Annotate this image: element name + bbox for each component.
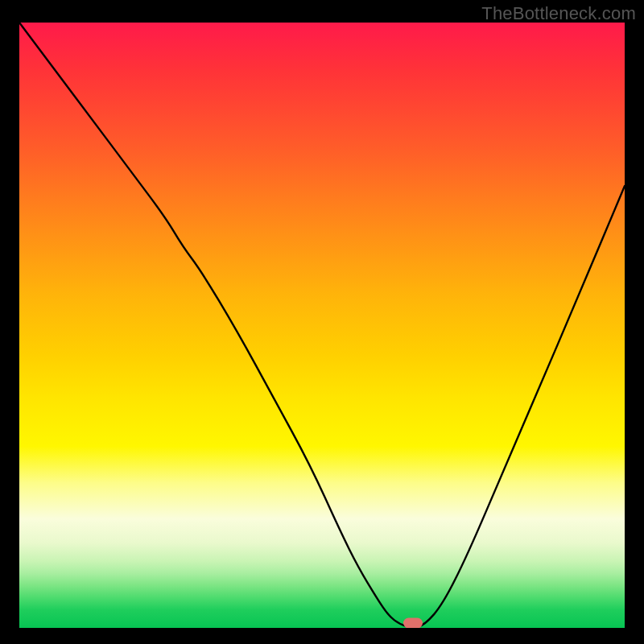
bottleneck-curve	[19, 23, 625, 628]
plot-area	[19, 23, 625, 628]
optimal-point-marker	[403, 617, 423, 628]
watermark-text: TheBottleneck.com	[481, 3, 636, 24]
chart-frame: TheBottleneck.com	[0, 0, 644, 644]
